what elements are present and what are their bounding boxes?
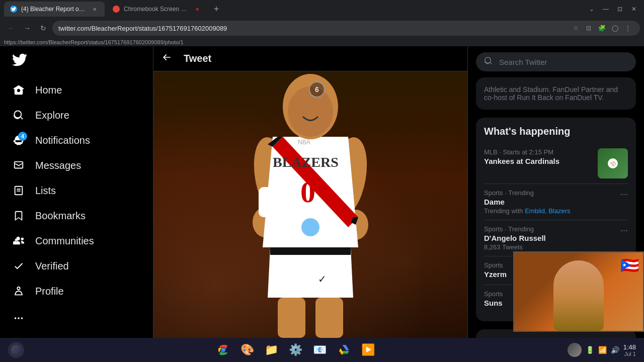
sidebar-notifications-label: Notifications bbox=[35, 135, 90, 146]
profile-description-text: Athletic and Stadium. FanDuel Partner an… bbox=[484, 85, 628, 102]
home-icon bbox=[12, 83, 25, 97]
sidebar-item-messages[interactable]: Messages bbox=[6, 153, 147, 178]
taskbar-drive-icon[interactable] bbox=[336, 342, 352, 358]
reload-button[interactable]: ↻ bbox=[36, 21, 50, 35]
address-bar[interactable]: twitter.com/BleacherReport/status/167517… bbox=[52, 21, 640, 36]
taskbar-wifi-icon: 📶 bbox=[598, 346, 607, 354]
taskbar-colorful-icon[interactable]: 🎨 bbox=[239, 342, 256, 358]
left-sidebar: Home Explore 4 Notifications Messages bbox=[0, 46, 153, 338]
profile-description-box: Athletic and Stadium. FanDuel Partner an… bbox=[476, 77, 636, 110]
taskbar-youtube-icon[interactable]: ▶️ bbox=[360, 342, 376, 358]
verified-icon bbox=[12, 259, 25, 273]
notifications-icon: 4 bbox=[12, 134, 25, 147]
minimize-button[interactable]: — bbox=[600, 3, 612, 15]
close-button[interactable]: ✕ bbox=[628, 3, 640, 15]
extensions-icon[interactable]: 🧩 bbox=[596, 22, 608, 34]
search-input[interactable] bbox=[499, 58, 628, 66]
puerto-rico-flag-icon: 🇵🇷 bbox=[620, 256, 639, 274]
new-tab-button[interactable]: + bbox=[209, 2, 223, 16]
taskbar-gmail-icon[interactable]: 📧 bbox=[312, 342, 328, 358]
tweet-panel-title: Tweet bbox=[184, 53, 211, 64]
sidebar-messages-label: Messages bbox=[35, 160, 81, 171]
sidebar-item-profile[interactable]: Profile bbox=[6, 279, 147, 304]
sidebar-explore-label: Explore bbox=[35, 110, 69, 121]
taskbar-left bbox=[8, 342, 24, 358]
tab-1-close[interactable]: ✕ bbox=[91, 5, 99, 13]
notification-badge: 4 bbox=[18, 132, 27, 141]
dangelo-more-button[interactable]: ··· bbox=[620, 225, 628, 236]
tab-2-close[interactable]: ✕ bbox=[193, 5, 201, 13]
tab-2[interactable]: Chromebook Screen Record ✕ bbox=[107, 2, 207, 17]
taskbar-apps-icon[interactable]: ⚙️ bbox=[288, 342, 304, 358]
embiid-link[interactable]: Embiid bbox=[525, 207, 545, 215]
taskbar-system-icon[interactable] bbox=[8, 342, 24, 358]
taskbar-battery-icon: 🔋 bbox=[586, 346, 594, 354]
chevron-down-icon[interactable]: ⌄ bbox=[586, 3, 598, 15]
sidebar-item-communities[interactable]: Communities bbox=[6, 228, 147, 253]
sidebar-home-label: Home bbox=[35, 84, 62, 96]
svg-rect-15 bbox=[315, 298, 343, 338]
blazers-player-image: 0 BLAZERS bbox=[153, 71, 467, 338]
cast-icon[interactable]: ⊡ bbox=[583, 22, 595, 34]
tab-bar: (4) Bleacher Report on Twitter: ' ✕ Chro… bbox=[0, 0, 644, 18]
taskbar-files-icon[interactable]: 📁 bbox=[264, 342, 280, 358]
svg-text:NBA: NBA bbox=[298, 139, 310, 146]
sidebar-item-home[interactable]: Home bbox=[6, 77, 147, 103]
svg-rect-13 bbox=[270, 247, 351, 255]
whats-happening-title: What's happening bbox=[484, 126, 628, 137]
trending-item-dame[interactable]: ··· Sports · Trending Dame Trending with… bbox=[484, 184, 628, 220]
tweet-header: Tweet bbox=[153, 46, 467, 71]
tweet-image-container: 0 BLAZERS bbox=[153, 71, 467, 338]
taskbar: 🎨 📁 ⚙️ 📧 ▶️ 🔋 📶 🔊 1:48 Jul 1 bbox=[0, 338, 644, 362]
mlb-item-left: MLB · Starts at 2:15 PM Yankees at Cardi… bbox=[484, 148, 559, 165]
mlb-name: Yankees at Cardinals bbox=[484, 157, 559, 165]
twitter-logo[interactable] bbox=[6, 46, 147, 75]
back-nav-button[interactable]: ← bbox=[4, 21, 18, 35]
tab-1-favicon bbox=[10, 6, 17, 13]
dangelo-count: 8,263 Tweets bbox=[484, 243, 628, 251]
back-button[interactable] bbox=[162, 52, 172, 65]
mlb-category: MLB · Starts at 2:15 PM bbox=[484, 148, 559, 156]
tab-1[interactable]: (4) Bleacher Report on Twitter: ' ✕ bbox=[4, 2, 105, 17]
sidebar-bookmarks-label: Bookmarks bbox=[35, 210, 86, 222]
sidebar-item-bookmarks[interactable]: Bookmarks bbox=[6, 203, 147, 228]
svg-rect-14 bbox=[278, 298, 305, 338]
dame-more-button[interactable]: ··· bbox=[620, 189, 628, 200]
bookmark-page-icon[interactable]: ☆ bbox=[570, 22, 582, 34]
svg-point-0 bbox=[15, 317, 17, 319]
messages-icon bbox=[12, 159, 25, 172]
taskbar-date: Jul 1 bbox=[623, 351, 636, 357]
svg-text:0: 0 bbox=[300, 175, 315, 209]
address-bar-row: ← → ↻ twitter.com/BleacherReport/status/… bbox=[0, 18, 644, 38]
taskbar-sound-icon: 🔊 bbox=[611, 346, 619, 354]
search-bar[interactable] bbox=[476, 52, 636, 71]
screen-recorder-overlay: 🇵🇷 bbox=[513, 251, 644, 332]
dame-trending-with: Trending with Embiid, Blazers bbox=[484, 207, 628, 215]
tweet-panel: Tweet bbox=[153, 46, 468, 338]
browser-chrome: (4) Bleacher Report on Twitter: ' ✕ Chro… bbox=[0, 0, 644, 46]
taskbar-center: 🎨 📁 ⚙️ 📧 ▶️ bbox=[30, 342, 561, 358]
sidebar-item-notifications[interactable]: 4 Notifications bbox=[6, 128, 147, 153]
maximize-button[interactable]: ⊡ bbox=[614, 3, 626, 15]
sidebar-item-lists[interactable]: Lists bbox=[6, 178, 147, 203]
player-svg: 0 BLAZERS bbox=[222, 71, 398, 338]
status-bar: https://twitter.com/BleacherReport/statu… bbox=[0, 38, 644, 46]
more-options-icon[interactable]: ⋮ bbox=[622, 22, 634, 34]
trending-item-mlb[interactable]: MLB · Starts at 2:15 PM Yankees at Cardi… bbox=[484, 143, 628, 184]
search-icon bbox=[484, 56, 493, 67]
sidebar-item-verified[interactable]: Verified bbox=[6, 253, 147, 279]
dangelo-name: D'Angelo Russell bbox=[484, 234, 628, 242]
forward-nav-button[interactable]: → bbox=[20, 21, 34, 35]
sidebar-item-more[interactable] bbox=[6, 306, 147, 331]
sidebar-lists-label: Lists bbox=[35, 185, 56, 197]
dame-name: Dame bbox=[484, 198, 628, 206]
profile-circle-icon[interactable]: ◯ bbox=[609, 22, 621, 34]
window-controls: ⌄ — ⊡ ✕ bbox=[586, 3, 640, 15]
sidebar-verified-label: Verified bbox=[35, 260, 69, 272]
explore-icon bbox=[12, 109, 25, 122]
jersey-badge: 6 bbox=[309, 81, 325, 98]
blazers-link[interactable]: Blazers bbox=[548, 207, 570, 215]
taskbar-chrome-icon[interactable] bbox=[215, 342, 231, 358]
sidebar-item-explore[interactable]: Explore bbox=[6, 103, 147, 128]
taskbar-avatar[interactable] bbox=[568, 343, 582, 357]
